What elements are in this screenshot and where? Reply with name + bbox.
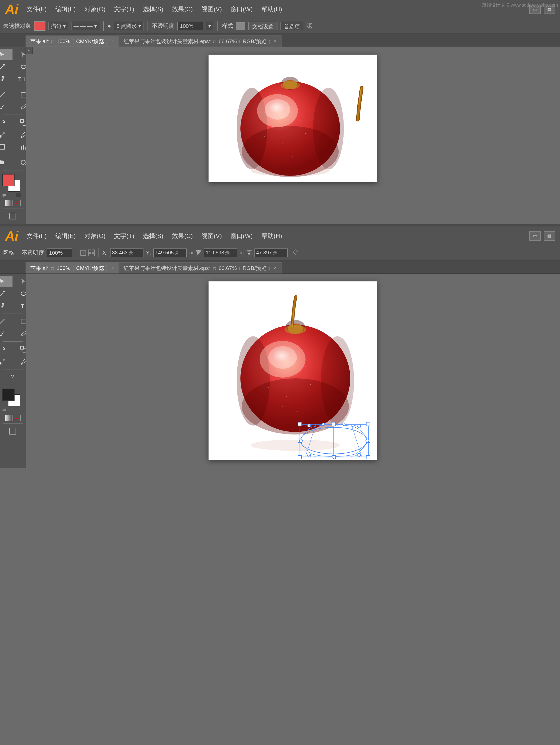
menu-object[interactable]: 对象(O) bbox=[82, 4, 109, 15]
bottom-line-btn[interactable] bbox=[0, 316, 12, 327]
w-input[interactable]: 119.598 毫 bbox=[204, 249, 237, 257]
svg-rect-41 bbox=[88, 250, 91, 252]
instance-divider[interactable] bbox=[0, 224, 560, 227]
stroke-dropdown[interactable]: 描边 ▾ bbox=[49, 22, 68, 30]
tab-close-bottom-2[interactable]: × bbox=[274, 265, 277, 271]
bottom-tool-sep-1 bbox=[3, 314, 23, 314]
rotate-btn[interactable] bbox=[0, 117, 12, 128]
swap-colors-btn[interactable]: ⇌ bbox=[2, 192, 6, 198]
svg-point-29 bbox=[281, 81, 300, 89]
tab-close-top-1[interactable]: × bbox=[111, 38, 114, 44]
stroke-style-dropdown[interactable]: — — — ▾ bbox=[71, 22, 99, 30]
menu-edit[interactable]: 编辑(E) bbox=[52, 4, 79, 15]
first-item-btn[interactable]: 首选项 bbox=[281, 22, 303, 30]
tab-eps-bottom[interactable]: 红苹果与果汁包装设计矢量素材.eps* @ 66.67% (RGB/预览) × bbox=[119, 262, 281, 273]
no-fill-btn[interactable] bbox=[13, 200, 21, 206]
menu-file[interactable]: 文件(F) bbox=[24, 4, 50, 15]
top-canvas-area: ▸ bbox=[26, 47, 560, 224]
bottom-menu-view[interactable]: 视图(V) bbox=[198, 230, 225, 241]
svg-point-24 bbox=[313, 88, 344, 169]
opacity-input[interactable]: 100% bbox=[177, 22, 203, 30]
svg-line-10 bbox=[1, 133, 3, 136]
bottom-rotate-btn[interactable] bbox=[0, 344, 12, 355]
bottom-unknown-btn[interactable]: ? bbox=[2, 371, 23, 383]
bottom-color-area: ⇌ bbox=[2, 389, 23, 417]
menu-effect[interactable]: 效果(C) bbox=[169, 4, 196, 15]
svg-text:T: T bbox=[21, 303, 24, 309]
brush-shape-dropdown[interactable]: 5 点圆形 ▾ bbox=[114, 22, 144, 30]
line-tool-btn[interactable] bbox=[0, 89, 12, 100]
foreground-color-swatch[interactable] bbox=[2, 174, 14, 186]
bottom-swap-btn[interactable]: ⇌ bbox=[2, 407, 6, 413]
svg-point-65 bbox=[285, 325, 306, 334]
svg-point-32 bbox=[282, 143, 283, 144]
more-transform-btn[interactable] bbox=[292, 249, 300, 257]
bottom-opacity-input[interactable]: 100% bbox=[47, 249, 72, 257]
bottom-win-minimize[interactable]: ▭ bbox=[529, 231, 540, 240]
menu-help[interactable]: 帮助(H) bbox=[258, 4, 285, 15]
bottom-selection-btn[interactable] bbox=[0, 276, 12, 287]
bottom-menu-select[interactable]: 选择(S) bbox=[140, 230, 166, 241]
bottom-menu-file[interactable]: 文件(F) bbox=[24, 230, 50, 241]
bottom-blend-btn[interactable] bbox=[0, 356, 12, 367]
svg-line-79 bbox=[351, 425, 362, 456]
tab-close-top-2[interactable]: × bbox=[274, 38, 277, 44]
svg-point-36 bbox=[292, 156, 293, 157]
tab-eps-top[interactable]: 红苹果与果汁包装设计矢量素材.eps* @ 66.67% (RGB/预览) × bbox=[119, 35, 281, 47]
opacity-mode-dropdown[interactable]: ▾ bbox=[206, 22, 213, 30]
tab-close-bottom-1[interactable]: × bbox=[111, 265, 114, 271]
bottom-menu-help[interactable]: 帮助(H) bbox=[258, 230, 285, 241]
bottom-artboard-btn[interactable] bbox=[2, 426, 23, 437]
menu-select[interactable]: 选择(S) bbox=[140, 4, 166, 15]
svg-point-31 bbox=[305, 133, 306, 134]
hand-btn[interactable] bbox=[0, 157, 12, 168]
bottom-menu-object[interactable]: 对象(O) bbox=[82, 230, 109, 241]
menu-type[interactable]: 文字(T) bbox=[111, 4, 137, 15]
win-minimize-btn[interactable]: ▭ bbox=[529, 5, 540, 14]
bottom-menu-edit[interactable]: 编辑(E) bbox=[52, 230, 79, 241]
bottom-tool-sep-3 bbox=[3, 369, 23, 369]
svg-point-74 bbox=[269, 348, 301, 373]
color-area: ⇌ ⬛ bbox=[2, 174, 23, 202]
svg-rect-80 bbox=[298, 422, 302, 426]
default-colors-btn[interactable]: ⬛ bbox=[16, 192, 21, 197]
magic-wand-btn[interactable] bbox=[0, 61, 12, 72]
x-input[interactable]: 88.463 毫 bbox=[110, 249, 144, 257]
blend-btn[interactable] bbox=[0, 129, 12, 140]
bottom-ai-instance: Ai 文件(F) 编辑(E) 对象(O) 文字(T) 选择(S) 效果(C) 视… bbox=[0, 227, 560, 468]
bottom-menu-window[interactable]: 窗口(W) bbox=[227, 230, 256, 241]
menu-window[interactable]: 窗口(W) bbox=[227, 4, 256, 15]
bottom-menu-effect[interactable]: 效果(C) bbox=[169, 230, 196, 241]
tool-sep-3 bbox=[3, 155, 23, 155]
top-ai-logo: Ai bbox=[5, 3, 19, 16]
stroke-color-box[interactable] bbox=[34, 22, 45, 31]
bottom-wand-btn[interactable] bbox=[0, 288, 12, 299]
svg-rect-19 bbox=[10, 213, 16, 219]
tab-apple-ai-bottom[interactable]: 苹果.ai* @ 100% (CMYK/预览) × bbox=[26, 262, 119, 273]
svg-point-35 bbox=[315, 143, 316, 144]
win-grid-btn[interactable]: ▦ bbox=[544, 5, 555, 14]
bottom-win-grid[interactable]: ▦ bbox=[544, 231, 555, 240]
top-toolbar: T T bbox=[0, 47, 26, 224]
pen-tool-btn[interactable] bbox=[0, 73, 12, 85]
selection-tool-btn[interactable] bbox=[0, 49, 12, 60]
bottom-options-bar: 网格 不透明度 100% X: 88.463 毫 Y: bbox=[0, 245, 560, 260]
mesh-btn[interactable] bbox=[0, 141, 12, 153]
h-input[interactable]: 47.397 毫 bbox=[254, 249, 288, 257]
paintbrush-btn[interactable] bbox=[0, 101, 12, 112]
artboard-btn[interactable] bbox=[2, 210, 23, 222]
svg-point-69 bbox=[305, 366, 306, 367]
bottom-brush-btn[interactable] bbox=[0, 328, 12, 339]
svg-point-95 bbox=[332, 455, 335, 458]
bottom-no-fill-btn[interactable] bbox=[13, 415, 21, 421]
chain-icon: ∞ bbox=[189, 250, 193, 256]
style-label: 样式 bbox=[222, 22, 233, 30]
menu-view[interactable]: 视图(V) bbox=[198, 4, 225, 15]
bottom-menu-type[interactable]: 文字(T) bbox=[111, 230, 137, 241]
style-color-box[interactable] bbox=[236, 22, 245, 30]
bottom-pen-btn[interactable] bbox=[0, 300, 12, 312]
tab-apple-ai-top[interactable]: 苹果.ai* @ 100% (CMYK/预览) × bbox=[26, 35, 119, 47]
doc-settings-btn[interactable]: 文档设置 bbox=[248, 22, 277, 30]
y-input[interactable]: 149.505 亮 bbox=[153, 249, 187, 257]
bottom-fg-swatch[interactable] bbox=[2, 389, 14, 401]
